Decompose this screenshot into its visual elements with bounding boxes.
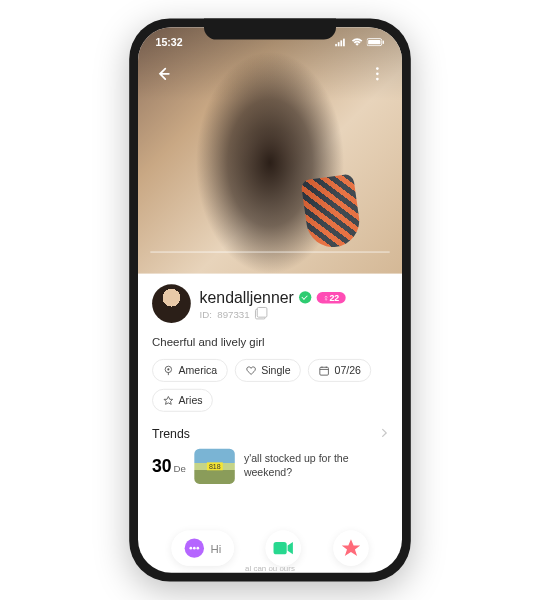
trend-thumbnail	[195, 449, 235, 484]
wifi-icon	[351, 38, 363, 47]
action-bar: Hi	[138, 531, 402, 566]
arrow-left-icon	[154, 65, 172, 83]
svg-point-16	[197, 547, 200, 550]
video-progress-line[interactable]	[150, 252, 389, 253]
svg-rect-17	[274, 542, 287, 554]
profile-header: kendalljenner ♀22 ID: 897331	[152, 284, 388, 323]
top-nav	[138, 61, 402, 87]
avatar[interactable]	[152, 284, 191, 323]
trend-day: 30	[152, 456, 172, 476]
svg-rect-6	[383, 40, 384, 44]
more-button[interactable]	[365, 62, 390, 87]
id-value: 897331	[217, 308, 249, 319]
trend-item[interactable]: 30 De y'all stocked up for the weekend?	[152, 449, 388, 484]
trend-text: y'all stocked up for the weekend?	[244, 453, 388, 480]
chip-location-label: America	[178, 364, 217, 376]
chip-zodiac[interactable]: Aries	[152, 389, 213, 412]
svg-point-14	[190, 547, 193, 550]
svg-point-9	[376, 78, 379, 81]
chip-location[interactable]: America	[152, 359, 228, 382]
phone-frame: 15:32	[129, 18, 411, 581]
verified-badge-icon	[299, 291, 311, 303]
trend-date: 30 De	[152, 456, 186, 476]
hi-label: Hi	[210, 542, 221, 555]
phone-notch	[204, 18, 336, 39]
video-icon	[273, 540, 294, 556]
back-button[interactable]	[150, 62, 175, 87]
trends-title: Trends	[152, 427, 190, 441]
faded-footer-text: al can ou ours	[245, 564, 295, 573]
star-fill-icon	[340, 538, 361, 559]
status-time: 15:32	[156, 36, 183, 48]
chip-zodiac-label: Aries	[178, 394, 202, 406]
chat-icon	[184, 538, 205, 559]
location-icon	[163, 365, 174, 376]
id-label: ID:	[200, 308, 212, 319]
star-icon	[163, 395, 174, 406]
svg-rect-12	[320, 367, 329, 375]
svg-point-7	[376, 67, 379, 70]
phone-screen: 15:32	[138, 27, 402, 573]
id-row: ID: 897331	[200, 308, 388, 319]
favorite-button[interactable]	[333, 531, 368, 566]
svg-rect-2	[340, 40, 342, 46]
profile-content: kendalljenner ♀22 ID: 897331 Cheerful an…	[138, 274, 402, 484]
signal-icon	[335, 38, 347, 47]
svg-point-8	[376, 73, 379, 76]
svg-rect-1	[338, 42, 340, 46]
more-vertical-icon	[376, 67, 380, 81]
chip-status[interactable]: Single	[235, 359, 301, 382]
chevron-right-icon	[381, 426, 388, 442]
video-call-button[interactable]	[266, 531, 301, 566]
trends-header[interactable]: Trends	[152, 426, 388, 442]
bio-text: Cheerful and lively girl	[152, 335, 388, 348]
chip-status-label: Single	[261, 364, 290, 376]
name-row: kendalljenner ♀22	[200, 288, 388, 306]
trend-month: De	[173, 463, 185, 474]
chip-birthday[interactable]: 07/26	[308, 359, 371, 382]
copy-icon[interactable]	[255, 308, 266, 319]
calendar-icon	[319, 365, 330, 376]
battery-icon	[367, 38, 385, 47]
svg-rect-5	[368, 40, 380, 44]
hi-button[interactable]: Hi	[172, 531, 234, 566]
svg-rect-3	[343, 39, 345, 47]
username: kendalljenner	[200, 288, 294, 306]
svg-rect-0	[335, 44, 337, 47]
heart-icon	[245, 365, 256, 376]
svg-point-15	[193, 547, 196, 550]
profile-info: kendalljenner ♀22 ID: 897331	[200, 288, 388, 319]
svg-point-11	[167, 368, 169, 370]
status-indicators	[335, 38, 384, 47]
chip-birthday-label: 07/26	[335, 364, 361, 376]
profile-chips: America Single 07/26 Aries	[152, 359, 388, 412]
gender-age-badge: ♀22	[317, 292, 346, 303]
